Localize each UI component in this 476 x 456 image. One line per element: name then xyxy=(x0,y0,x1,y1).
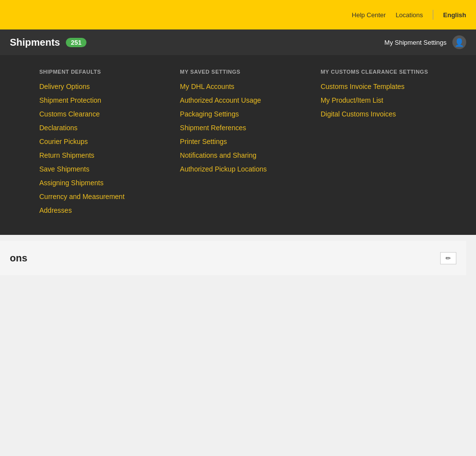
customs-clearance-settings-header: MY CUSTOMS CLEARANCE SETTINGS xyxy=(321,69,451,75)
menu-item-digital-customs-invoices[interactable]: Digital Customs Invoices xyxy=(321,110,451,118)
shipment-defaults-column: SHIPMENT DEFAULTS Delivery Options Shipm… xyxy=(39,69,180,220)
my-shipment-settings-link[interactable]: My Shipment Settings xyxy=(385,39,447,46)
menu-item-customs-clearance[interactable]: Customs Clearance xyxy=(39,110,170,118)
ons-edit-button[interactable]: ✏ xyxy=(440,252,456,264)
edit-icon-ons: ✏ xyxy=(446,255,451,262)
menu-item-delivery-options[interactable]: Delivery Options xyxy=(39,83,170,90)
menu-item-authorized-pickup-locations[interactable]: Authorized Pickup Locations xyxy=(180,165,310,173)
settings-dropdown-menu: SHIPMENT DEFAULTS Delivery Options Shipm… xyxy=(0,55,476,235)
customs-clearance-settings-column: MY CUSTOMS CLEARANCE SETTINGS Customs In… xyxy=(321,69,461,220)
help-center-link[interactable]: Help Center xyxy=(352,11,386,19)
menu-item-addresses[interactable]: Addresses xyxy=(39,206,170,214)
menu-item-assigning-shipments[interactable]: Assigning Shipments xyxy=(39,179,170,187)
menu-item-shipment-references[interactable]: Shipment References xyxy=(180,124,310,132)
menu-item-my-product-item-list[interactable]: My Product/Item List xyxy=(321,96,451,104)
nav-left: Shipments 251 xyxy=(10,37,86,48)
ons-section-title: ons xyxy=(10,253,28,264)
menu-item-currency-measurement[interactable]: Currency and Measurement xyxy=(39,193,170,200)
menu-item-declarations[interactable]: Declarations xyxy=(39,124,170,132)
menu-item-notifications-sharing[interactable]: Notifications and Sharing xyxy=(180,151,310,159)
menu-item-return-shipments[interactable]: Return Shipments xyxy=(39,151,170,159)
menu-item-authorized-account-usage[interactable]: Authorized Account Usage xyxy=(180,96,310,104)
language-selector[interactable]: English xyxy=(443,11,466,19)
user-icon[interactable]: 👤 xyxy=(452,35,466,49)
my-saved-settings-header: MY SAVED SETTINGS xyxy=(180,69,310,75)
menu-item-customs-invoice-templates[interactable]: Customs Invoice Templates xyxy=(321,83,451,90)
menu-item-courier-pickups[interactable]: Courier Pickups xyxy=(39,138,170,145)
top-bar: Help Center Locations English xyxy=(0,0,476,29)
page-title: Shipments xyxy=(10,37,60,48)
top-bar-divider xyxy=(433,10,433,20)
ons-section-info: ons xyxy=(10,253,28,264)
nav-bar: Shipments 251 My Shipment Settings 👤 xyxy=(0,29,476,55)
top-bar-links: Help Center Locations English xyxy=(352,10,466,20)
menu-item-save-shipments[interactable]: Save Shipments xyxy=(39,165,170,173)
ons-section-row: ons ✏ xyxy=(0,241,466,275)
menu-item-shipment-protection[interactable]: Shipment Protection xyxy=(39,96,170,104)
menu-item-my-dhl-accounts[interactable]: My DHL Accounts xyxy=(180,83,310,90)
shipments-count-badge: 251 xyxy=(66,38,86,47)
menu-item-printer-settings[interactable]: Printer Settings xyxy=(180,138,310,145)
menu-item-packaging-settings[interactable]: Packaging Settings xyxy=(180,110,310,118)
my-saved-settings-column: MY SAVED SETTINGS My DHL Accounts Author… xyxy=(180,69,320,220)
shipment-defaults-header: SHIPMENT DEFAULTS xyxy=(39,69,170,75)
locations-link[interactable]: Locations xyxy=(395,11,423,19)
nav-right: My Shipment Settings 👤 xyxy=(385,35,466,49)
user-icon-symbol: 👤 xyxy=(454,38,464,47)
